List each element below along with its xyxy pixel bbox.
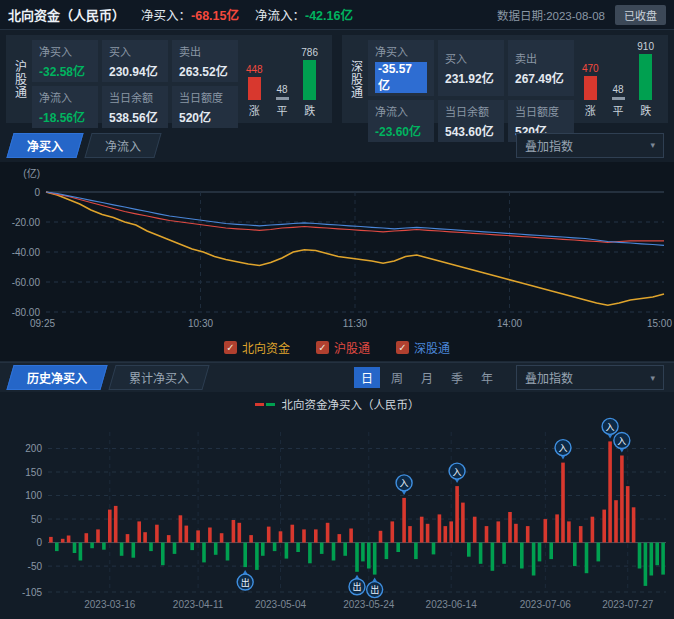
svg-text:-50: -50 xyxy=(28,561,43,572)
overlay-index-label: 叠加指数 xyxy=(525,137,573,154)
stat-cell: 卖出 267.49亿 xyxy=(508,40,574,96)
data-date: 数据日期:2023-08-08 xyxy=(497,7,605,23)
stat-value: 231.92亿 xyxy=(445,69,497,86)
decliners-bar xyxy=(639,54,652,100)
stat-cell: 卖出 263.52亿 xyxy=(172,40,238,82)
panel-shengutong: 深股通 净买入 -35.57亿 买入 231.92亿 卖出 267.49亿 净流… xyxy=(342,35,668,123)
decliners-count: 786 xyxy=(301,47,318,58)
flat-column: 48 平 xyxy=(612,41,625,118)
overlay-index-select[interactable]: 叠加指数 ▾ xyxy=(516,133,664,158)
period-year[interactable]: 年 xyxy=(474,367,500,388)
overlay-index-select[interactable]: 叠加指数 ▾ xyxy=(516,365,664,390)
overlay-index-label: 叠加指数 xyxy=(525,369,573,386)
period-day[interactable]: 日 xyxy=(354,367,380,388)
advance-decline-chart: 470 涨 48 平 910 跌 xyxy=(576,38,664,120)
history-legend: 北向资金净买入（人民币） xyxy=(0,392,674,416)
svg-text:150: 150 xyxy=(25,467,42,478)
history-bar-chart[interactable]: 200150100500-50-1052023-03-162023-04-112… xyxy=(0,416,674,619)
flat-count: 48 xyxy=(612,84,623,95)
svg-text:14:00: 14:00 xyxy=(497,318,522,329)
stat-label: 净买入 xyxy=(375,43,427,59)
svg-text:入: 入 xyxy=(606,422,615,432)
stat-cell: 当日余额 538.56亿 xyxy=(102,86,168,128)
stat-cell: 净流入 -23.60亿 xyxy=(368,100,434,142)
svg-text:50: 50 xyxy=(31,514,43,525)
tab-cumulative-label: 累计净买入 xyxy=(129,369,189,386)
svg-text:0: 0 xyxy=(36,537,42,548)
svg-text:入: 入 xyxy=(453,467,462,477)
svg-text:入: 入 xyxy=(617,436,626,446)
flat-bar xyxy=(612,97,625,100)
svg-text:09:25: 09:25 xyxy=(30,318,55,329)
flat-count: 48 xyxy=(276,84,287,95)
toggle-hugutong[interactable]: 沪股通 xyxy=(316,339,370,356)
stat-label: 当日余额 xyxy=(445,103,497,119)
tab-net-buy[interactable]: 净买入 xyxy=(6,133,83,158)
svg-text:2023-07-06: 2023-07-06 xyxy=(520,599,572,610)
toggle-label: 北向资金 xyxy=(242,339,290,356)
svg-text:11:30: 11:30 xyxy=(343,318,368,329)
decliners-label: 跌 xyxy=(640,102,651,118)
connect-stats-section: 沪股通 净买入 -32.58亿 买入 230.94亿 卖出 263.52亿 净流… xyxy=(0,30,674,128)
net-inflow-value: -42.16亿 xyxy=(305,5,353,24)
checkbox-checked-icon xyxy=(224,341,237,354)
tab-cumulative-net-buy[interactable]: 累计净买入 xyxy=(108,365,209,390)
toggle-beixiang-zijin[interactable]: 北向资金 xyxy=(224,339,290,356)
stat-value: 520亿 xyxy=(179,108,231,125)
tab-net-inflow-label: 净流入 xyxy=(105,137,141,154)
panel-shengutong-label: 深股通 xyxy=(346,38,366,120)
northbound-funds-panel: 北向资金（人民币） 净买入： -68.15亿 净流入： -42.16亿 数据日期… xyxy=(0,0,674,619)
net-inflow-label: 净流入： xyxy=(255,5,305,24)
decliners-label: 跌 xyxy=(304,102,315,118)
intraday-line-chart[interactable]: 0-20.00-40.00-60.00-80.00(亿)09:2510:3011… xyxy=(0,162,674,334)
period-month[interactable]: 月 xyxy=(414,367,440,388)
stat-cell: 买入 231.92亿 xyxy=(438,40,504,96)
toggle-label: 深股通 xyxy=(414,339,450,356)
svg-text:15:00: 15:00 xyxy=(647,318,672,329)
stat-cell: 净买入 -32.58亿 xyxy=(32,40,98,82)
chevron-down-icon: ▾ xyxy=(650,373,655,383)
svg-text:出: 出 xyxy=(241,577,250,588)
advance-decline-chart: 448 涨 48 平 786 跌 xyxy=(240,38,328,120)
svg-text:2023-06-14: 2023-06-14 xyxy=(426,599,478,610)
svg-text:2023-07-27: 2023-07-27 xyxy=(602,599,654,610)
stat-label: 净流入 xyxy=(39,89,91,105)
stat-label: 当日额度 xyxy=(179,89,231,105)
svg-text:-80.00: -80.00 xyxy=(12,307,41,318)
stat-cell: 当日余额 543.60亿 xyxy=(438,100,504,142)
tab-net-inflow[interactable]: 净流入 xyxy=(84,133,161,158)
series-toggle-row: 北向资金 沪股通 深股通 xyxy=(0,334,674,362)
stat-cell: 当日额度 520亿 xyxy=(172,86,238,128)
tab-history-net-buy[interactable]: 历史净买入 xyxy=(6,365,107,390)
svg-text:入: 入 xyxy=(400,478,409,488)
stat-value: 538.56亿 xyxy=(109,108,161,125)
stat-value: -18.56亿 xyxy=(39,108,91,125)
stat-cell: 买入 230.94亿 xyxy=(102,40,168,82)
stat-value: 543.60亿 xyxy=(445,122,497,139)
net-buy-value: -68.15亿 xyxy=(191,5,239,24)
svg-text:出: 出 xyxy=(370,584,379,595)
svg-text:-40.00: -40.00 xyxy=(12,247,41,258)
svg-text:200: 200 xyxy=(25,443,42,454)
advancers-count: 470 xyxy=(582,63,599,74)
period-quarter[interactable]: 季 xyxy=(444,367,470,388)
svg-text:100: 100 xyxy=(25,490,42,501)
net-buy-label: 净买入： xyxy=(141,5,191,24)
svg-text:-60.00: -60.00 xyxy=(12,277,41,288)
chevron-down-icon: ▾ xyxy=(650,140,655,150)
stat-label: 卖出 xyxy=(179,43,231,59)
advancers-bar xyxy=(584,76,597,100)
stat-label: 当日余额 xyxy=(109,89,161,105)
stat-value: 263.52亿 xyxy=(179,62,231,79)
page-title: 北向资金（人民币） xyxy=(8,5,125,24)
decliners-bar xyxy=(303,60,316,100)
header-net-inflow: 净流入： -42.16亿 xyxy=(255,5,353,24)
toggle-shengutong[interactable]: 深股通 xyxy=(396,339,450,356)
market-status-badge: 已收盘 xyxy=(615,5,666,25)
header-net-buy: 净买入： -68.15亿 xyxy=(141,5,239,24)
flat-bar xyxy=(276,97,289,100)
stat-value: 267.49亿 xyxy=(515,69,567,86)
svg-text:10:30: 10:30 xyxy=(188,318,213,329)
history-tab-bar: 历史净买入 累计净买入 日 周 月 季 年 叠加指数 ▾ xyxy=(0,362,674,392)
period-week[interactable]: 周 xyxy=(384,367,410,388)
